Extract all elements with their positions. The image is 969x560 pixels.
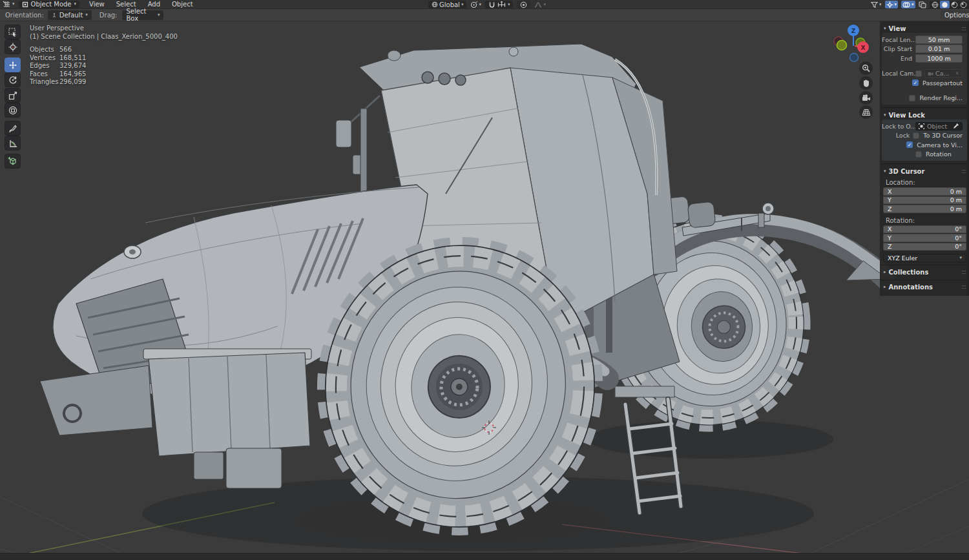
tool-measure[interactable]	[5, 136, 21, 150]
stat-value: 296,099	[59, 78, 86, 85]
move-tool-icon	[8, 61, 17, 70]
cursor-rot-z-value: 0°	[955, 243, 962, 250]
projection-grid-icon	[862, 109, 871, 116]
object-type-visibility-dropdown[interactable]: ▾	[871, 1, 882, 8]
transform-orientation-dropdown[interactable]: Global ▾	[428, 1, 466, 8]
drag-handle-icon[interactable]: ::::	[961, 169, 966, 174]
shading-rendered-button[interactable]	[959, 1, 968, 8]
menu-object[interactable]: Object	[166, 0, 199, 9]
pivot-point-dropdown[interactable]: ▾	[470, 1, 481, 8]
chevron-right-icon: ▸	[884, 270, 886, 275]
editor-type-button[interactable]: ▾	[3, 1, 15, 8]
drag-handle-icon[interactable]: ::::	[961, 284, 966, 290]
camera-field-value: Ca...	[935, 70, 950, 77]
panel-header-view-lock[interactable]: ▾ View Lock	[880, 110, 969, 119]
clip-end-field[interactable]: 1000 m	[915, 54, 963, 63]
panel-header-collections[interactable]: ▸ Collections ::::	[880, 268, 969, 277]
clip-start-field[interactable]: 0.01 m	[915, 45, 963, 53]
local-camera-checkbox[interactable]	[915, 70, 922, 77]
menu-view[interactable]: View	[83, 0, 110, 9]
lock-to-object-label: Lock to O...	[882, 123, 915, 130]
tool-transform[interactable]	[5, 103, 21, 118]
chevron-down-icon: ▾	[912, 3, 914, 7]
rotation-order-dropdown[interactable]: XYZ Euler ▾	[883, 254, 966, 262]
drag-mode-value: Select Box	[126, 8, 154, 22]
snap-controls[interactable]: ▾	[485, 1, 514, 8]
render-region-checkbox[interactable]	[909, 95, 915, 101]
tool-annotate[interactable]	[5, 121, 21, 136]
rendered-sphere-icon	[960, 1, 967, 8]
falloff-dropdown[interactable]: ▾	[534, 1, 546, 8]
close-icon[interactable]: ✕	[955, 70, 959, 76]
pan-view-button[interactable]	[859, 76, 873, 90]
camera-view-button[interactable]	[859, 91, 873, 105]
panel-header-3d-cursor[interactable]: ▾ 3D Cursor ::::	[880, 167, 969, 176]
tool-rotate[interactable]	[5, 72, 21, 87]
options-button[interactable]: Options	[941, 10, 969, 19]
drag-mode-dropdown[interactable]: Select Box ▾	[122, 10, 163, 20]
focal-length-field[interactable]: 50 mm	[915, 36, 963, 44]
view-name: User Perspective	[30, 25, 178, 33]
stat-value: 329,674	[59, 62, 86, 69]
navigation-gizmo[interactable]: Z X	[832, 23, 877, 68]
eyedropper-icon[interactable]	[953, 123, 959, 129]
local-camera-label: Local Cam...	[882, 70, 915, 77]
shading-solid-button[interactable]	[940, 1, 950, 8]
shading-material-button[interactable]	[950, 1, 959, 8]
lock-rotation-checkbox[interactable]	[915, 151, 922, 158]
cursor-loc-z-field[interactable]: Z 0 m	[883, 205, 966, 213]
stat-label: Triangles	[30, 78, 59, 87]
cursor-loc-x-value: 0 m	[950, 188, 962, 195]
tool-settings-bar: Orientation: Default ▾ Drag: Select Box …	[0, 9, 969, 21]
tool-scale[interactable]	[5, 88, 21, 103]
cursor-rot-x-field[interactable]: X 0°	[883, 225, 966, 234]
tool-add-cube[interactable]	[5, 154, 21, 169]
stat-value: 164,965	[59, 70, 86, 78]
tool-select-box[interactable]	[5, 25, 21, 39]
lock-object-field[interactable]: Object	[915, 122, 963, 130]
overlays-icon	[902, 1, 910, 8]
drag-handle-icon[interactable]: ::::	[961, 26, 966, 32]
cursor-rot-y-field[interactable]: Y 0°	[883, 234, 966, 242]
tool-move[interactable]	[5, 57, 21, 72]
mode-dropdown[interactable]: Object Mode ▾	[19, 1, 80, 8]
panel-header-view[interactable]: ▾ View ::::	[880, 24, 969, 33]
cursor-loc-y-field[interactable]: Y 0 m	[883, 196, 966, 205]
xray-toggle[interactable]	[919, 1, 926, 8]
viewport-3d[interactable]	[0, 21, 969, 553]
to-3d-cursor-checkbox[interactable]	[913, 132, 919, 139]
show-overlays-toggle[interactable]: ▾	[901, 1, 915, 8]
lock-to-object-row: Lock to O... Object	[882, 122, 968, 130]
solid-sphere-icon	[941, 1, 948, 8]
orientation-default-dropdown[interactable]: Default ▾	[48, 10, 92, 20]
clip-end-label: End	[882, 55, 915, 62]
camera-object-field[interactable]: Ca... ✕	[924, 69, 963, 78]
view-lock-body: Lock to O... Object Lock To 3D Cursor	[882, 119, 968, 161]
show-gizmo-toggle[interactable]: ▾	[885, 1, 899, 8]
axis-label: Z	[888, 243, 892, 250]
options-label: Options	[944, 12, 969, 19]
drag-handle-icon[interactable]: ::::	[961, 269, 966, 275]
ortho-perspective-button[interactable]	[859, 105, 873, 119]
stat-label: Edges	[30, 62, 59, 70]
chevron-down-icon: ▾	[12, 2, 15, 6]
clip-start-label: Clip Start	[882, 45, 915, 52]
passepartout-checkbox[interactable]: ✓	[912, 79, 919, 86]
camera-to-view-checkbox[interactable]: ✓	[906, 141, 913, 148]
snap-magnet-icon	[488, 1, 495, 8]
falloff-curve-icon	[534, 1, 542, 8]
shading-wireframe-button[interactable]	[931, 1, 939, 8]
cursor-loc-x-field[interactable]: X 0 m	[883, 187, 966, 196]
measure-ruler-icon	[8, 139, 17, 148]
chevron-down-icon: ▾	[85, 13, 88, 17]
cursor-rotation-label: Rotation:	[880, 213, 969, 225]
clip-end-value: 1000 m	[927, 55, 950, 62]
panel-3d-cursor-title: 3D Cursor	[889, 168, 925, 175]
orientation-value: Global	[439, 1, 460, 8]
axis-label: X	[888, 225, 892, 233]
cursor-rot-z-field[interactable]: Z 0°	[883, 243, 966, 251]
proportional-editing-button[interactable]	[517, 1, 530, 8]
zoom-view-button[interactable]	[859, 61, 873, 75]
tool-cursor[interactable]	[5, 39, 21, 54]
panel-header-annotations[interactable]: ▸ Annotations ::::	[880, 283, 969, 292]
